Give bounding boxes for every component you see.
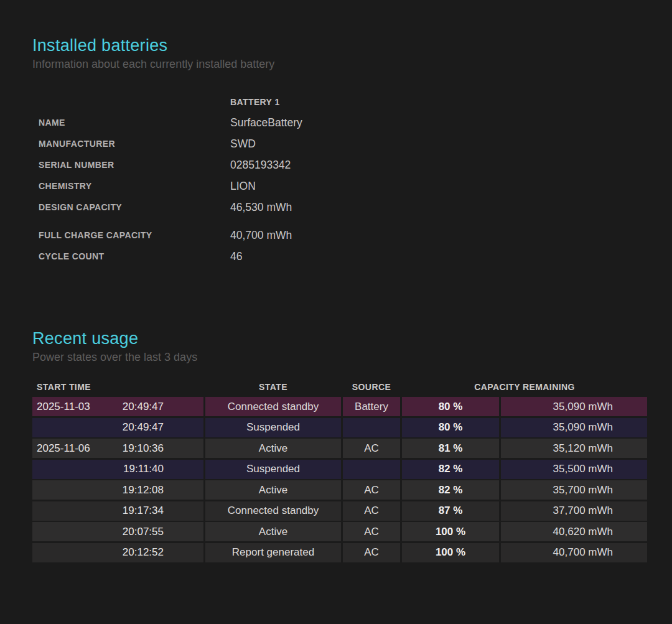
cell-percent: 82 % bbox=[402, 480, 499, 500]
battery-info-rows-capacity: FULL CHARGE CAPACITY 40,700 mWh CYCLE CO… bbox=[39, 225, 647, 267]
info-label: CYCLE COUNT bbox=[39, 251, 230, 261]
cell-percent: 82 % bbox=[402, 460, 499, 479]
cell-start-time: 19:11:40 bbox=[32, 460, 203, 479]
cell-state: Active bbox=[205, 522, 341, 541]
start-date: 2025-11-06 bbox=[37, 442, 123, 455]
header-capacity-remaining: CAPACITY REMAINING bbox=[402, 382, 647, 392]
cell-mwh: 37,700 mWh bbox=[501, 501, 647, 521]
usage-table-row: 19:12:08 Active AC 82 % 35,700 mWh bbox=[32, 480, 647, 500]
start-time: 19:11:40 bbox=[123, 463, 164, 475]
cell-percent: 100 % bbox=[402, 522, 499, 541]
cell-state: Suspended bbox=[205, 460, 341, 479]
info-value: 46,530 mWh bbox=[230, 201, 292, 214]
usage-table-row: 19:11:40 Suspended 82 % 35,500 mWh bbox=[32, 460, 647, 479]
info-value: LION bbox=[230, 180, 256, 193]
usage-table-row: 20:12:52 Report generated AC 100 % 40,70… bbox=[32, 543, 647, 562]
usage-table-row: 20:07:55 Active AC 100 % 40,620 mWh bbox=[32, 522, 647, 541]
start-time: 20:07:55 bbox=[123, 526, 164, 538]
info-value: 40,700 mWh bbox=[230, 229, 292, 242]
header-state: STATE bbox=[205, 382, 341, 392]
start-time: 20:49:47 bbox=[123, 421, 164, 434]
battery-info-row: NAME SurfaceBattery bbox=[39, 112, 647, 133]
cell-source: Battery bbox=[343, 397, 400, 416]
start-time: 19:17:34 bbox=[123, 505, 164, 517]
cell-start-time: 2025-11-06 19:10:36 bbox=[32, 439, 203, 458]
cell-mwh: 35,500 mWh bbox=[501, 460, 647, 479]
battery-info-row: FULL CHARGE CAPACITY 40,700 mWh bbox=[39, 225, 647, 246]
installed-batteries-title: Installed batteries bbox=[32, 35, 647, 56]
cell-source: AC bbox=[343, 480, 400, 500]
installed-batteries-subtitle: Information about each currently install… bbox=[32, 56, 647, 72]
cell-percent: 100 % bbox=[402, 543, 499, 562]
usage-table-body: 2025-11-03 20:49:47 Connected standby Ba… bbox=[32, 397, 647, 562]
battery-1-header: BATTERY 1 bbox=[230, 97, 280, 107]
info-label: SERIAL NUMBER bbox=[39, 160, 230, 170]
cell-source: AC bbox=[343, 501, 400, 521]
info-label: NAME bbox=[39, 118, 230, 128]
info-label: DESIGN CAPACITY bbox=[39, 202, 230, 212]
battery-info-row: CHEMISTRY LION bbox=[39, 175, 647, 197]
usage-table-row: 20:49:47 Suspended 80 % 35,090 mWh bbox=[32, 418, 647, 437]
cell-mwh: 35,120 mWh bbox=[501, 439, 647, 458]
cell-state: Connected standby bbox=[205, 397, 341, 416]
cell-mwh: 40,700 mWh bbox=[501, 543, 647, 562]
recent-usage-title: Recent usage bbox=[32, 328, 647, 349]
start-time: 20:12:52 bbox=[123, 546, 164, 559]
start-time: 20:49:47 bbox=[123, 401, 164, 413]
battery-info-row: SERIAL NUMBER 0285193342 bbox=[39, 154, 647, 175]
cell-percent: 81 % bbox=[402, 439, 499, 458]
battery-info-rows: NAME SurfaceBattery MANUFACTURER SWD SER… bbox=[39, 112, 647, 218]
header-source: SOURCE bbox=[343, 382, 400, 392]
cell-start-time: 20:07:55 bbox=[32, 522, 203, 541]
cell-state: Connected standby bbox=[205, 501, 341, 521]
cell-start-time: 19:12:08 bbox=[32, 480, 203, 500]
cell-source bbox=[343, 460, 400, 479]
info-value: 46 bbox=[230, 250, 242, 263]
cell-state: Report generated bbox=[205, 543, 341, 562]
cell-mwh: 35,090 mWh bbox=[501, 397, 647, 416]
battery-info-row: MANUFACTURER SWD bbox=[39, 133, 647, 154]
cell-percent: 87 % bbox=[402, 501, 499, 521]
start-time: 19:12:08 bbox=[123, 484, 164, 496]
start-date: 2025-11-03 bbox=[37, 401, 123, 413]
cell-source: AC bbox=[343, 543, 400, 562]
cell-mwh: 40,620 mWh bbox=[501, 522, 647, 541]
cell-start-time: 20:49:47 bbox=[32, 418, 203, 437]
battery-info-row: DESIGN CAPACITY 46,530 mWh bbox=[39, 197, 647, 218]
cell-state: Active bbox=[205, 480, 341, 500]
battery-report-page: Installed batteries Information about ea… bbox=[0, 0, 672, 562]
info-value: SurfaceBattery bbox=[230, 116, 302, 129]
cell-state: Active bbox=[205, 439, 341, 458]
info-value: 0285193342 bbox=[230, 159, 291, 172]
cell-start-time: 19:17:34 bbox=[32, 501, 203, 521]
battery-info-table: BATTERY 1 NAME SurfaceBattery MANUFACTUR… bbox=[39, 92, 647, 267]
usage-table-row: 19:17:34 Connected standby AC 87 % 37,70… bbox=[32, 501, 647, 521]
cell-mwh: 35,700 mWh bbox=[501, 480, 647, 500]
cell-source: AC bbox=[343, 439, 400, 458]
info-label: FULL CHARGE CAPACITY bbox=[39, 230, 230, 240]
cell-source: AC bbox=[343, 522, 400, 541]
recent-usage-section: Recent usage Power states over the last … bbox=[32, 328, 647, 562]
cell-mwh: 35,090 mWh bbox=[501, 418, 647, 437]
info-value: SWD bbox=[230, 137, 256, 151]
installed-batteries-section: Installed batteries Information about ea… bbox=[32, 35, 647, 267]
info-label: MANUFACTURER bbox=[39, 139, 230, 149]
cell-start-time: 2025-11-03 20:49:47 bbox=[32, 397, 203, 416]
usage-table-header: START TIME STATE SOURCE CAPACITY REMAINI… bbox=[32, 380, 647, 394]
cell-percent: 80 % bbox=[402, 418, 499, 437]
usage-table: START TIME STATE SOURCE CAPACITY REMAINI… bbox=[32, 380, 647, 562]
start-time: 19:10:36 bbox=[123, 442, 164, 455]
cell-source bbox=[343, 418, 400, 437]
battery-info-row: CYCLE COUNT 46 bbox=[39, 246, 647, 267]
usage-table-row: 2025-11-06 19:10:36 Active AC 81 % 35,12… bbox=[32, 439, 647, 458]
battery-column-header-row: BATTERY 1 bbox=[39, 92, 647, 112]
cell-start-time: 20:12:52 bbox=[32, 543, 203, 562]
usage-table-row: 2025-11-03 20:49:47 Connected standby Ba… bbox=[32, 397, 647, 416]
cell-percent: 80 % bbox=[402, 397, 499, 416]
info-label: CHEMISTRY bbox=[39, 181, 230, 191]
header-start-time: START TIME bbox=[32, 382, 203, 392]
cell-state: Suspended bbox=[205, 418, 341, 437]
recent-usage-subtitle: Power states over the last 3 days bbox=[32, 349, 647, 365]
